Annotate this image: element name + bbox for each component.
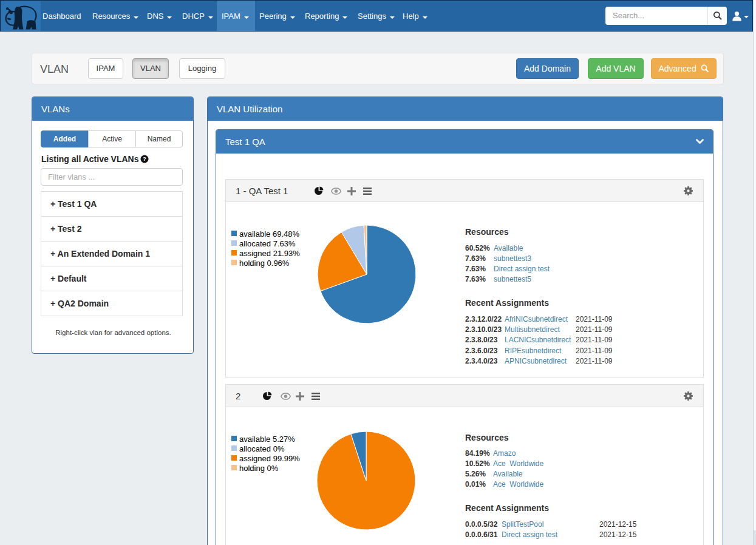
svg-text:?: ? xyxy=(143,155,146,162)
